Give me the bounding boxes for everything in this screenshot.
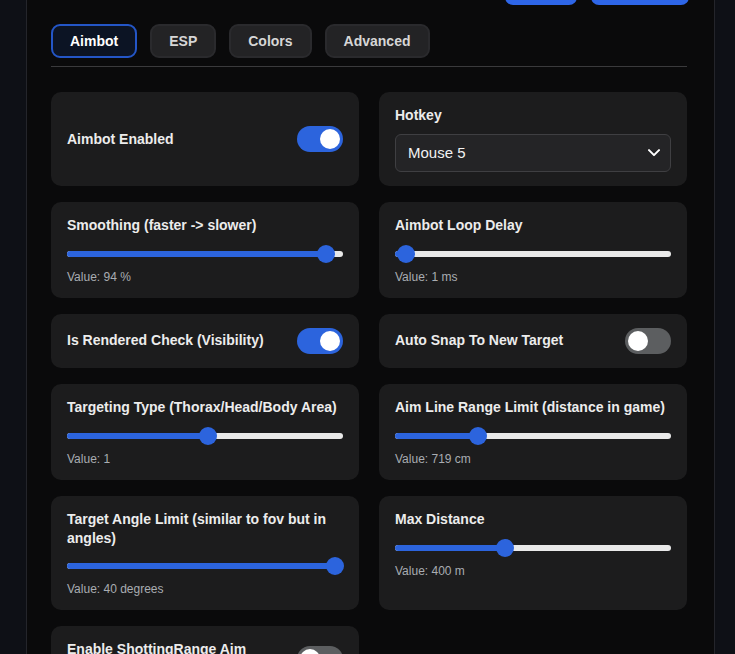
tab-label: Advanced <box>344 33 411 49</box>
toggle-knob <box>300 649 320 654</box>
tab-divider <box>51 66 687 67</box>
slider-control[interactable] <box>395 427 671 445</box>
setting-card: Aimbot Enabled <box>51 92 359 186</box>
slider-track[interactable] <box>395 251 671 257</box>
setting-card: Smoothing (faster -> slower) Value: 94 % <box>51 202 359 298</box>
tab-label: ESP <box>169 33 197 49</box>
setting-label: Max Distance <box>395 511 484 527</box>
slider-value: Value: 94 % <box>67 270 343 284</box>
setting-label: Aimbot Enabled <box>67 130 174 149</box>
toggle-switch[interactable] <box>625 328 671 354</box>
setting-label: Auto Snap To New Target <box>395 331 563 350</box>
slider-control[interactable] <box>67 427 343 445</box>
settings-panel: Aimbot ESP Colors Advanced Aimbot Enable… <box>26 0 715 654</box>
slider-value: Value: 400 m <box>395 564 671 578</box>
settings-grid: Aimbot Enabled Hotkey Mouse 5 Smoothing … <box>51 92 687 654</box>
slider-control[interactable] <box>67 245 343 263</box>
setting-card: Enable ShottingRange Aim Location Overri… <box>51 626 359 654</box>
setting-card: Targeting Type (Thorax/Head/Body Area) V… <box>51 384 359 480</box>
setting-label: Aimbot Loop Delay <box>395 217 523 233</box>
slider-control[interactable] <box>395 539 671 557</box>
tab-label: Aimbot <box>70 33 118 49</box>
slider-thumb[interactable] <box>469 427 487 445</box>
slider-fill <box>395 433 478 439</box>
setting-label: Enable ShottingRange Aim Location Overri… <box>67 640 285 654</box>
slider-control[interactable] <box>395 245 671 263</box>
select-wrapper: Mouse 5 <box>395 134 671 172</box>
top-action-button-1[interactable] <box>505 0 577 5</box>
tab-bar: Aimbot ESP Colors Advanced <box>51 24 687 58</box>
setting-label: Aim Line Range Limit (distance in game) <box>395 399 665 415</box>
slider-thumb[interactable] <box>199 427 217 445</box>
slider-value: Value: 1 ms <box>395 270 671 284</box>
setting-label: Is Rendered Check (Visibility) <box>67 331 264 350</box>
toggle-knob <box>320 129 340 149</box>
slider-value: Value: 1 <box>67 452 343 466</box>
tab-aimbot[interactable]: Aimbot <box>51 24 137 58</box>
tab-esp[interactable]: ESP <box>150 24 216 58</box>
slider-thumb[interactable] <box>496 539 514 557</box>
slider-fill <box>67 563 335 569</box>
slider-thumb[interactable] <box>326 557 344 575</box>
slider-fill <box>67 433 208 439</box>
top-action-button-2[interactable] <box>591 0 689 5</box>
tab-advanced[interactable]: Advanced <box>325 24 430 58</box>
hotkey-select[interactable]: Mouse 5 <box>395 134 671 172</box>
slider-value: Value: 40 degrees <box>67 582 343 596</box>
toggle-knob <box>320 331 340 351</box>
toggle-switch[interactable] <box>297 328 343 354</box>
slider-thumb[interactable] <box>397 245 415 263</box>
tab-colors[interactable]: Colors <box>229 24 311 58</box>
setting-card: Hotkey Mouse 5 <box>379 92 687 186</box>
setting-card: Auto Snap To New Target <box>379 314 687 368</box>
toggle-knob <box>628 331 648 351</box>
setting-card: Is Rendered Check (Visibility) <box>51 314 359 368</box>
setting-label: Hotkey <box>395 107 442 123</box>
setting-card: Max Distance Value: 400 m <box>379 496 687 611</box>
setting-label: Target Angle Limit (similar to fov but i… <box>67 511 326 546</box>
setting-card: Target Angle Limit (similar to fov but i… <box>51 496 359 611</box>
setting-label: Targeting Type (Thorax/Head/Body Area) <box>67 399 337 415</box>
toggle-switch[interactable] <box>297 126 343 152</box>
toggle-switch[interactable] <box>297 646 343 654</box>
setting-card: Aimbot Loop Delay Value: 1 ms <box>379 202 687 298</box>
slider-value: Value: 719 cm <box>395 452 671 466</box>
slider-control[interactable] <box>67 557 343 575</box>
setting-label: Smoothing (faster -> slower) <box>67 217 256 233</box>
slider-fill <box>67 251 326 257</box>
slider-fill <box>395 545 505 551</box>
tab-label: Colors <box>248 33 292 49</box>
slider-thumb[interactable] <box>317 245 335 263</box>
setting-card: Aim Line Range Limit (distance in game) … <box>379 384 687 480</box>
